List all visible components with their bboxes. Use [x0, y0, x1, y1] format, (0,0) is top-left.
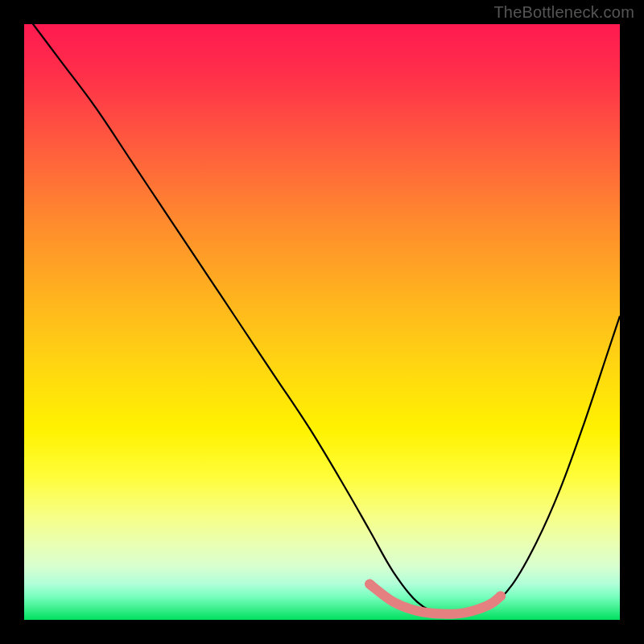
- chart-area: [24, 24, 620, 620]
- marker-dot-end: [496, 591, 506, 601]
- watermark-text: TheBottleneck.com: [493, 3, 634, 22]
- main-curve: [24, 24, 620, 615]
- chart-svg: [24, 24, 620, 620]
- marker-dot-start: [365, 580, 374, 589]
- marker-band: [369, 584, 501, 614]
